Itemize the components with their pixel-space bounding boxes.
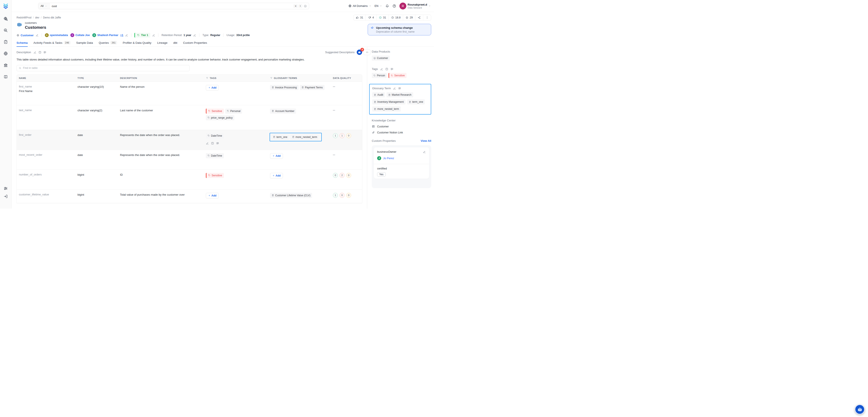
tag-chip[interactable]: price_range_policy [206, 115, 235, 120]
tab-profiler-data-quality[interactable]: Profiler & Data Quality [123, 41, 152, 46]
add-button[interactable]: Add [270, 153, 283, 159]
language-selector[interactable]: EN [375, 4, 382, 7]
cell-name[interactable]: customer_lifetime_value [17, 190, 75, 203]
owner[interactable]: SShailesh Parmar [92, 33, 118, 37]
nav-governance-icon[interactable] [3, 63, 8, 67]
more-owners-link[interactable]: +1 [120, 34, 123, 37]
tag-chip[interactable]: Sensitive [389, 73, 406, 78]
edit-retention-icon[interactable] [193, 34, 196, 37]
stat-share[interactable] [415, 15, 423, 20]
property-value-link[interactable]: Jo Perez [383, 157, 394, 160]
user-menu[interactable]: R Rounakpreet.d Data Steward [399, 3, 431, 9]
cell-name[interactable]: most_recent_order [17, 150, 75, 169]
comment-description-icon[interactable] [43, 51, 46, 54]
glossary-term-chip[interactable]: Market Research [386, 92, 413, 97]
tag-chip[interactable]: DateTime [206, 153, 224, 158]
tag-chip[interactable]: Sensitive [206, 108, 224, 114]
search-clear-icon[interactable] [304, 4, 307, 8]
view-all-link[interactable]: View All [421, 139, 431, 142]
domain-chip[interactable]: Customer [17, 34, 34, 37]
stat-more[interactable] [423, 15, 431, 20]
glossary-term-chip[interactable]: more_nested_term [290, 134, 319, 140]
breadcrumb-item[interactable]: dev [35, 16, 39, 19]
cell-name[interactable]: last_name [17, 105, 75, 130]
global-search-input[interactable] [50, 4, 293, 8]
data-product-chip[interactable]: Customer [372, 56, 390, 61]
request-tags-icon[interactable] [211, 142, 214, 145]
nav-settings-icon[interactable] [3, 186, 8, 191]
nav-explore-icon[interactable] [3, 17, 8, 21]
cell-name[interactable]: first_order [17, 130, 75, 150]
dq-failed-badge[interactable]: 0 [340, 193, 344, 198]
request-description-icon[interactable] [38, 51, 41, 54]
tag-chip[interactable]: DateTime [206, 133, 224, 138]
stat-target[interactable]: 31 [376, 15, 389, 20]
glossary-term-chip[interactable]: Inventory Management [372, 99, 405, 104]
tab-lineage[interactable]: Lineage [157, 41, 167, 46]
filter-icon[interactable] [270, 77, 273, 79]
help-icon[interactable] [392, 4, 396, 8]
edit-domain-icon[interactable] [36, 34, 39, 37]
glossary-term-chip[interactable]: Invoice Processing [270, 85, 299, 90]
add-button[interactable]: Add [270, 173, 283, 179]
tier-chip[interactable]: Tier 1 [134, 33, 150, 37]
stat-thumbs-down[interactable]: 4 [366, 15, 376, 20]
glossary-term-chip[interactable]: Customer Lifetime Value (CLV) [270, 193, 312, 198]
tag-chip[interactable]: Personal [225, 108, 242, 114]
comment-glossary-icon[interactable] [398, 87, 401, 90]
tab-sample-data[interactable]: Sample Data [76, 41, 93, 46]
dq-passed-badge[interactable]: 1 [333, 133, 338, 138]
filter-icon[interactable] [206, 77, 209, 79]
glossary-term-chip[interactable]: Account Number [270, 108, 296, 114]
tab-custom-properties[interactable]: Custom Properties [183, 41, 207, 46]
breadcrumb-item[interactable]: Demo dbt Jaffle [43, 16, 61, 19]
dq-aborted-badge[interactable]: 0 [346, 173, 351, 178]
announcement-card[interactable]: Upcoming schema change Deprecation of co… [368, 24, 431, 35]
search-scope-selector[interactable]: All [38, 3, 50, 9]
stat-thumbs-up[interactable]: 31 [353, 15, 366, 20]
edit-owners-icon[interactable] [125, 34, 128, 37]
edit-tier-icon[interactable] [152, 34, 155, 37]
nav-glossary-icon[interactable] [3, 74, 8, 79]
edit-tags-icon[interactable] [380, 68, 383, 71]
dq-aborted-badge[interactable]: 0 [346, 133, 351, 138]
glossary-term-chip[interactable]: Audit [372, 92, 385, 97]
tab-schema[interactable]: Schema [17, 41, 28, 46]
openmetadata-logo-icon[interactable] [3, 3, 9, 10]
glossary-term-chip[interactable]: term_one [271, 134, 289, 140]
tab-dbt[interactable]: dbt [173, 41, 177, 46]
nav-quality-icon[interactable] [3, 40, 8, 44]
nav-logout-icon[interactable] [3, 194, 8, 199]
dq-aborted-badge[interactable]: 0 [346, 193, 351, 198]
knowledge-item[interactable]: Customer [372, 125, 431, 128]
tag-chip[interactable]: Person [372, 73, 387, 78]
domain-selector[interactable]: All Domains [348, 4, 371, 7]
cell-name[interactable]: first_nameFirst Name [17, 82, 75, 105]
dq-failed-badge[interactable]: 2 [340, 173, 344, 178]
notifications-bell-icon[interactable] [385, 4, 389, 8]
stat-star[interactable]: 29 [403, 15, 415, 20]
stat-clock[interactable]: 18.8 [389, 15, 403, 20]
knowledge-item[interactable]: Customer Notion Link [372, 131, 431, 134]
dq-passed-badge[interactable]: 1 [333, 193, 338, 198]
owner[interactable]: Oopenmetadata [45, 33, 68, 37]
cell-name[interactable]: number_of_orders [17, 170, 75, 189]
tab-queries[interactable]: Queries261 [99, 41, 117, 46]
breadcrumb-item[interactable]: RedshiftProd [17, 16, 31, 19]
dq-passed-badge[interactable]: 0 [333, 173, 338, 178]
nav-insights-icon[interactable] [3, 51, 8, 56]
edit-tags-icon[interactable] [206, 142, 209, 145]
tab-activity-feeds-tasks[interactable]: Activity Feeds & Tasks246 [33, 41, 70, 46]
tag-chip[interactable]: Sensitive [206, 173, 224, 178]
find-in-table-input[interactable] [23, 66, 187, 69]
code-view-toggle-button[interactable] [364, 49, 370, 55]
comment-tags-icon[interactable] [391, 68, 394, 71]
dq-failed-badge[interactable]: 1 [340, 133, 344, 138]
suggested-descriptions[interactable]: Suggested Descriptions 4 [325, 50, 362, 55]
glossary-term-chip[interactable]: Payment Terms [300, 85, 324, 90]
edit-property-icon[interactable] [423, 150, 426, 153]
comment-tags-icon[interactable] [216, 142, 219, 145]
edit-glossary-icon[interactable] [393, 87, 396, 90]
glossary-term-chip[interactable]: term_one [407, 99, 425, 104]
nav-observability-icon[interactable] [3, 28, 8, 33]
